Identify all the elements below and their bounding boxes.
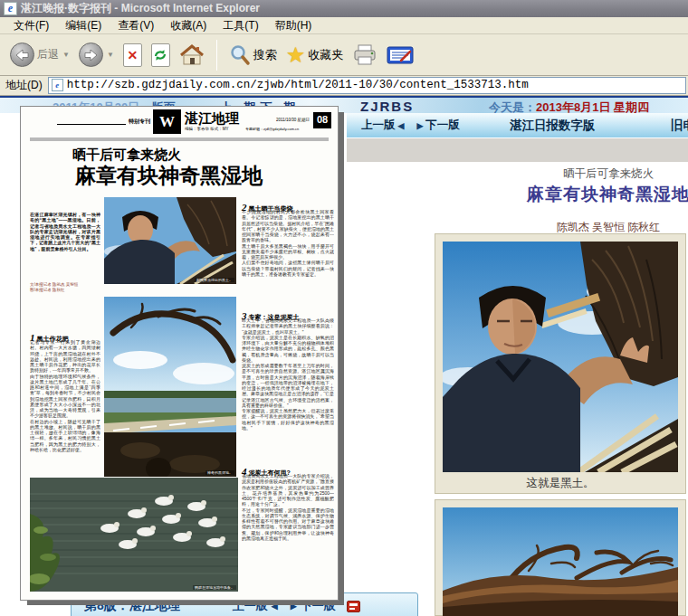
- masthead-bar: [30, 137, 329, 141]
- title-bar: e 湛江晚报·数字报刊 - Microsoft Internet Explore…: [0, 0, 688, 17]
- prev-page-icon: ◀: [398, 121, 405, 130]
- stop-icon: ✕: [123, 43, 142, 67]
- paper-subtitle: 晒干后可拿来烧火: [72, 147, 181, 164]
- favorites-star-icon: ★: [286, 43, 306, 68]
- forward-button[interactable]: ▼: [74, 37, 119, 73]
- home-button[interactable]: [175, 37, 209, 73]
- paper-headline: 麻章有块神奇黑湿地: [75, 163, 338, 189]
- menu-file[interactable]: 文件(F): [5, 18, 57, 33]
- address-bar: 地址(D) e: [0, 76, 688, 96]
- back-icon: [10, 43, 34, 67]
- menu-bar: 文件(F) 编辑(E) 查看(V) 收藏(A) 工具(T) 帮助(H): [0, 17, 688, 34]
- masthead-issue-date: 2011/10/30 星期日: [276, 118, 310, 123]
- column-title: 湛江地理: [185, 110, 239, 128]
- content-divider: [347, 138, 688, 162]
- old-edition-link[interactable]: 旧电: [671, 118, 688, 134]
- address-page-icon: e: [52, 79, 63, 91]
- window-title: 湛江晚报·数字报刊 - Microsoft Internet Explorer: [21, 1, 260, 16]
- ie-logo-icon: e: [4, 2, 17, 15]
- photo-driftwood: [443, 507, 678, 616]
- toolbar: 后退 ▼ ▼ ✕: [0, 34, 688, 76]
- address-input[interactable]: [67, 79, 683, 91]
- refresh-icon: [151, 43, 170, 67]
- home-icon: [179, 43, 205, 67]
- article-title: 麻章有块神奇黑湿地: [462, 183, 688, 206]
- forward-dropdown-icon[interactable]: ▼: [107, 51, 114, 59]
- menu-help[interactable]: 帮助(H): [267, 18, 320, 33]
- masthead-rule: [57, 124, 126, 125]
- site-title: 湛江日报数字版: [510, 118, 596, 134]
- favorites-button[interactable]: ★ 收藏夹: [282, 37, 349, 73]
- edit-icon: [387, 44, 414, 66]
- photo-caption: 这就是黑土。: [435, 476, 685, 491]
- paper-byline: 文/本报记者 陈凯杰 吴智恒 图/本报记者 陈秋红: [30, 282, 100, 292]
- today-date: 2013年8月1日 星期四: [536, 100, 649, 114]
- masthead-contact: 专题邮箱：zjdl@gdzjdaily.com.cn: [245, 127, 299, 131]
- search-icon: [229, 43, 251, 67]
- section-3-body: 昨天上午，省地质局水文工程地质一大队高级工程师拿起记者带来的黑土块仔细察看后说：…: [242, 317, 334, 455]
- paper-intro: 在湛江麻章区湖光镇村，有一块神奇的“黑土地”——黑湿地。日前，记者与省地质局水文…: [30, 212, 100, 279]
- menu-tools[interactable]: 工具(T): [215, 18, 266, 33]
- next-page-link[interactable]: 下一版: [425, 118, 460, 133]
- page-content: 2011年10月30日 版面 « 上一期 下一期 » ZJRBS 今天是：201…: [0, 96, 688, 616]
- paper-photo-ducks: 鸭群在湿地水塘中觅食。: [30, 478, 238, 592]
- back-dropdown-icon[interactable]: ▼: [62, 51, 70, 59]
- menu-edit[interactable]: 编辑(E): [57, 18, 110, 33]
- page-nav-bar: 上一版 ◀ ▶ 下一版 湛江日报数字版 旧电: [347, 113, 688, 138]
- masthead-meta: 编辑：李春华 版式：MY: [185, 127, 229, 132]
- back-button[interactable]: 后退 ▼: [5, 37, 74, 73]
- footer-prev-icon: ◀: [272, 602, 278, 611]
- article-subtitle: 晒干后可拿来烧火: [462, 166, 688, 182]
- edition-tag: 特别专刊: [129, 118, 150, 126]
- footer-print-icon[interactable]: [347, 601, 360, 612]
- newspaper-page[interactable]: 特别专刊 W 湛江地理 编辑：李春华 版式：MY 专题邮箱：zjdl@gdzjd…: [20, 106, 339, 601]
- forward-icon: [79, 43, 103, 67]
- refresh-button[interactable]: [147, 37, 175, 73]
- section-1-body: 记者与专家一行来到了黄金湖边村。村内有一大片水塘，四周绿树环绕，上千亩的黑湿地就…: [30, 339, 100, 459]
- menu-view[interactable]: 查看(V): [110, 18, 162, 33]
- address-field: e: [48, 77, 686, 94]
- article-photo-frame-2: [435, 499, 686, 616]
- site-code: ZJRBS: [360, 99, 414, 114]
- photo-man-with-peat: [443, 242, 678, 472]
- edit-button[interactable]: [382, 37, 418, 73]
- toolbar-separator: [216, 40, 217, 71]
- paper-logo: W: [153, 109, 181, 134]
- prev-page-link[interactable]: 上一版: [361, 118, 396, 133]
- menu-favorites[interactable]: 收藏(A): [162, 18, 215, 33]
- today-prefix: 今天是：: [489, 100, 536, 114]
- print-icon: [352, 43, 377, 67]
- article-photo-frame-1: 这就是黑土。: [435, 233, 686, 494]
- paper-photo-wetland: 神奇的黑湿地。: [104, 297, 236, 477]
- section-4-body: 省地质局水文工程地质一大队的专家介绍说，泥炭是利用价值较高的有机矿产资源，“除直…: [242, 473, 334, 594]
- footer-next-icon: ▶: [291, 602, 297, 611]
- section-2-body: 不少围观湿地的村民人都会捡块黑土回家看看。令记者惊讶的是，湿地里挖出的黑土晒干后…: [242, 209, 334, 298]
- print-button[interactable]: [348, 37, 382, 73]
- search-button[interactable]: 搜索: [225, 37, 282, 73]
- paper-photo-man: 村民展示挖出的黑土。: [104, 197, 236, 284]
- stop-button[interactable]: ✕: [119, 37, 147, 73]
- address-label: 地址(D): [5, 78, 43, 93]
- next-page-icon: ▶: [416, 121, 423, 130]
- page-number-badge: 08: [313, 112, 331, 128]
- browser-window: e 湛江晚报·数字报刊 - Microsoft Internet Explore…: [0, 0, 688, 616]
